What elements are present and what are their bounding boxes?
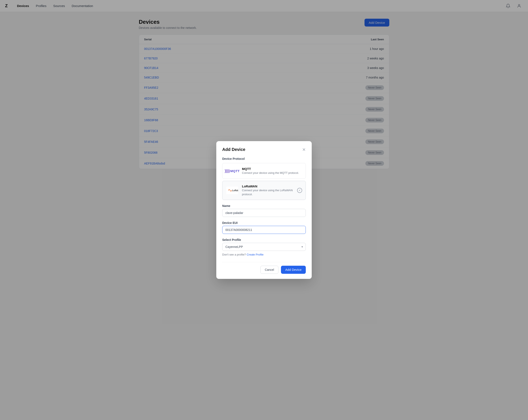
- add-device-modal: Add Device ✕ Device Protocol )))) MQTT M…: [216, 141, 312, 279]
- add-device-button-modal[interactable]: Add Device: [281, 266, 306, 274]
- lorawan-protocol-desc: Connect your device using the LoRaWAN pr…: [242, 188, 302, 196]
- modal-title: Add Device: [222, 147, 245, 152]
- lorawan-protocol-info: LoRaWAN Connect your device using the Lo…: [242, 185, 302, 196]
- protocol-section-label: Device Protocol: [222, 157, 306, 161]
- protocol-lorawan-card[interactable]: LoRaWAN LoRaWAN Connect your device usin…: [222, 181, 306, 200]
- mqtt-logo-icon: )))) MQTT: [226, 167, 239, 175]
- modal-header: Add Device ✕: [222, 147, 306, 152]
- mqtt-signal-icon: )))): [225, 169, 230, 173]
- lorawan-selected-check: ✓: [297, 188, 302, 193]
- mqtt-protocol-desc: Connect your device using the MQTT proto…: [242, 171, 299, 175]
- name-form-group: Name: [222, 204, 306, 217]
- eui-label: Device EUI: [222, 221, 306, 224]
- lorawan-protocol-name: LoRaWAN: [242, 185, 302, 188]
- device-eui-input[interactable]: [222, 226, 306, 234]
- eui-form-group: Device EUI: [222, 221, 306, 234]
- profile-label: Select Profile: [222, 238, 306, 242]
- profile-select-wrapper: CayenneLPP Default Custom ▾: [222, 243, 306, 251]
- mqtt-protocol-name: MQTT: [242, 167, 299, 171]
- create-profile-hint: Don't see a profile? Create Profile: [222, 253, 306, 256]
- profile-form-group: Select Profile CayenneLPP Default Custom…: [222, 238, 306, 256]
- create-profile-link[interactable]: Create Profile: [247, 253, 263, 256]
- cancel-button[interactable]: Cancel: [260, 266, 279, 274]
- name-input[interactable]: [222, 209, 306, 217]
- lorawan-logo-icon: LoRaWAN: [226, 186, 239, 195]
- name-label: Name: [222, 204, 306, 208]
- mqtt-text: MQTT: [230, 169, 240, 173]
- profile-select[interactable]: CayenneLPP Default Custom: [222, 243, 306, 251]
- protocol-mqtt-card[interactable]: )))) MQTT MQTT Connect your device using…: [222, 163, 306, 179]
- modal-overlay: Add Device ✕ Device Protocol )))) MQTT M…: [0, 0, 528, 420]
- svg-text:LoRaWAN: LoRaWAN: [232, 189, 238, 192]
- mqtt-protocol-info: MQTT Connect your device using the MQTT …: [242, 167, 299, 175]
- modal-close-button[interactable]: ✕: [302, 148, 306, 152]
- modal-footer: Cancel Add Device: [222, 262, 306, 274]
